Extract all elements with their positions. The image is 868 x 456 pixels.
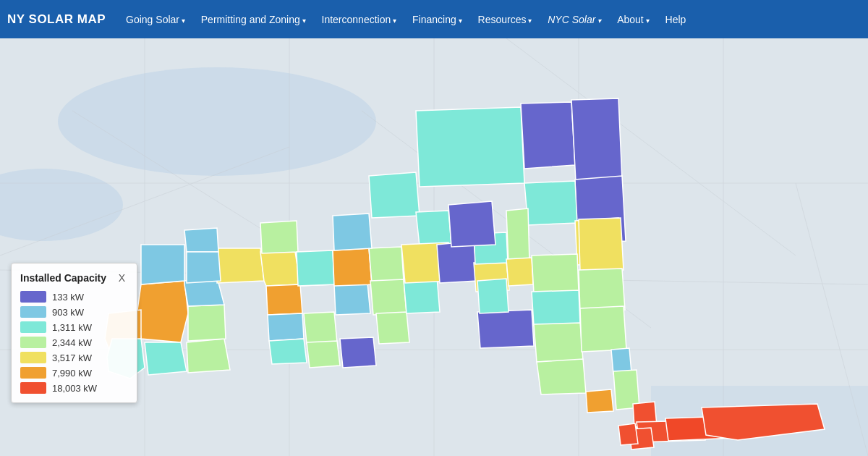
legend-swatch-0: [20, 291, 46, 303]
legend-label-1: 903 kW: [52, 307, 84, 318]
legend-swatch-2: [20, 321, 46, 333]
legend-label-0: 133 kW: [52, 292, 84, 303]
nav-item-1[interactable]: Permitting and Zoning: [194, 9, 313, 30]
svg-marker-58: [506, 208, 529, 264]
legend-label-4: 3,517 kW: [52, 352, 92, 363]
nav-item-6[interactable]: About: [610, 9, 656, 30]
legend-close-button[interactable]: X: [119, 272, 125, 284]
svg-marker-44: [333, 214, 372, 250]
svg-marker-48: [437, 241, 477, 283]
svg-marker-26: [184, 228, 218, 252]
legend-item-6: 18,003 kW: [20, 382, 125, 394]
svg-marker-64: [534, 323, 583, 362]
nav-item-3[interactable]: Financing: [405, 9, 469, 30]
main-nav: Going SolarPermitting and ZoningIntercon…: [119, 9, 693, 30]
map-container: Installed Capacity X 133 kW903 kW1,311 k…: [0, 38, 868, 456]
legend-swatch-6: [20, 382, 46, 394]
legend-swatch-4: [20, 352, 46, 363]
navbar: NY SOLAR MAP Going SolarPermitting and Z…: [0, 0, 868, 38]
nav-item-2[interactable]: Interconnection: [315, 9, 404, 30]
legend-swatch-1: [20, 306, 46, 318]
svg-marker-36: [334, 283, 370, 315]
svg-marker-32: [260, 221, 298, 253]
legend-label-6: 18,003 kW: [52, 383, 97, 394]
brand-prefix: NY: [7, 12, 29, 26]
svg-marker-31: [269, 339, 307, 364]
legend-label-3: 2,344 kW: [52, 337, 92, 348]
svg-marker-17: [137, 281, 188, 342]
svg-marker-29: [266, 284, 302, 315]
svg-marker-66: [477, 310, 534, 348]
svg-marker-59: [506, 258, 533, 286]
svg-marker-67: [537, 359, 586, 394]
svg-marker-62: [579, 269, 625, 312]
svg-marker-60: [532, 254, 579, 293]
legend-item-4: 3,517 kW: [20, 352, 125, 363]
brand-suffix: SOLAR MAP: [29, 12, 106, 26]
svg-marker-35: [307, 341, 340, 368]
svg-marker-34: [304, 312, 337, 344]
nav-item-4[interactable]: Resources: [471, 9, 540, 30]
svg-marker-61: [579, 218, 624, 271]
svg-marker-65: [580, 306, 626, 352]
svg-marker-76: [618, 423, 638, 445]
svg-marker-42: [376, 312, 409, 344]
svg-marker-52: [416, 107, 524, 187]
legend-header: Installed Capacity X: [20, 272, 125, 284]
legend-label-2: 1,311 kW: [52, 322, 92, 333]
legend-label-5: 7,990 kW: [52, 368, 92, 379]
svg-marker-18: [141, 245, 184, 284]
legend-item-1: 903 kW: [20, 306, 125, 318]
svg-marker-77: [477, 279, 509, 313]
svg-marker-41: [340, 337, 376, 368]
legend-title: Installed Capacity: [20, 272, 106, 284]
svg-marker-28: [260, 252, 300, 286]
svg-marker-23: [188, 305, 226, 341]
svg-marker-51: [448, 201, 495, 247]
svg-marker-56: [524, 181, 577, 225]
svg-marker-30: [268, 313, 304, 341]
svg-marker-40: [370, 279, 407, 315]
svg-marker-39: [369, 247, 404, 283]
legend-swatch-3: [20, 337, 46, 348]
svg-marker-37: [297, 250, 334, 286]
svg-marker-53: [521, 102, 575, 169]
svg-marker-21: [145, 342, 187, 375]
legend-swatch-5: [20, 367, 46, 379]
svg-marker-22: [187, 339, 230, 373]
svg-marker-68: [586, 389, 613, 413]
legend-item-2: 1,311 kW: [20, 321, 125, 333]
legend-item-0: 133 kW: [20, 291, 125, 303]
nav-item-7[interactable]: Help: [658, 9, 694, 30]
svg-marker-38: [333, 248, 372, 286]
nav-item-5[interactable]: NYC Solar: [540, 9, 608, 30]
svg-marker-27: [187, 252, 221, 283]
svg-marker-25: [217, 248, 264, 283]
legend-items: 133 kW903 kW1,311 kW2,344 kW3,517 kW7,99…: [20, 291, 125, 394]
svg-marker-46: [416, 211, 451, 246]
legend-item-5: 7,990 kW: [20, 367, 125, 379]
svg-marker-45: [369, 172, 420, 218]
legend-item-3: 2,344 kW: [20, 337, 125, 348]
svg-marker-54: [571, 98, 622, 182]
svg-marker-63: [532, 290, 580, 326]
svg-marker-75: [702, 404, 825, 440]
brand-logo[interactable]: NY SOLAR MAP: [7, 12, 106, 27]
nav-item-0[interactable]: Going Solar: [119, 9, 192, 30]
legend: Installed Capacity X 133 kW903 kW1,311 k…: [11, 263, 137, 403]
